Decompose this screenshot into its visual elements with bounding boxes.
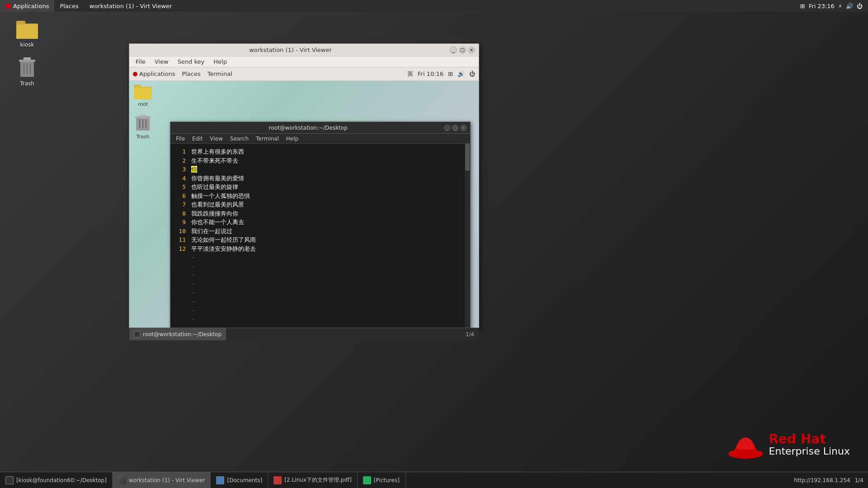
text-line: 也听过最美的旋律	[191, 183, 462, 192]
terminal-window: root@workstation:~/Desktop _ □ × File Ed…	[170, 122, 471, 328]
svg-point-11	[728, 450, 763, 456]
line-number: 12	[172, 244, 186, 253]
virt-inner-bar: Applications Places Terminal 英 Fri 10:16…	[129, 67, 479, 81]
terminal-menu-view[interactable]: View	[206, 134, 226, 144]
virt-taskbar-item[interactable]: root@workstation:~/Desktop	[129, 328, 226, 340]
taskbar-documents[interactable]: [Documents]	[211, 472, 268, 488]
terminal-content: 123456789101112 世界上有很多的东西生不带来死不带去你你曾拥有最美…	[170, 144, 470, 328]
terminal-menubar: File Edit View Search Terminal Help	[170, 134, 470, 144]
svg-rect-2	[16, 24, 38, 39]
virt-inner-time: Fri 10:16	[418, 70, 443, 77]
redhat-logo: Red Hat Enterprise Linux	[727, 429, 850, 461]
terminal-menu-file[interactable]: File	[172, 134, 189, 144]
tilde-line: ~	[191, 253, 462, 262]
virt-page-indicator: 1/4	[466, 331, 479, 338]
taskbar-virt-viewer[interactable]: workstation (1) - Virt Viewer	[113, 472, 211, 488]
kiosk-icon[interactable]: kiosk	[9, 18, 45, 48]
redhat-brand-text: Red Hat Enterprise Linux	[769, 433, 850, 457]
terminal-menu-terminal[interactable]: Terminal	[252, 134, 283, 144]
virt-inner-lang: 英	[407, 70, 413, 78]
virt-inner-redhat-dot	[133, 72, 137, 76]
line-number: 6	[172, 192, 186, 201]
virt-menu-file[interactable]: File	[131, 56, 150, 67]
taskbar-pdf[interactable]: [2.Linux下的文件管理.pdf]	[268, 472, 357, 488]
terminal-close-button[interactable]: ×	[460, 125, 467, 131]
desktop-icons: kiosk Trash	[9, 18, 45, 87]
trash-svg-icon	[18, 57, 36, 79]
virt-trash-icon[interactable]: Trash	[134, 114, 152, 140]
tilde-line: ~	[191, 315, 462, 324]
svg-rect-16	[135, 116, 151, 118]
terminal-maximize-button[interactable]: □	[452, 125, 458, 131]
taskbar-terminal[interactable]: [kiosk@foundation60:~/Desktop]	[0, 472, 113, 488]
virt-inner-terminal[interactable]: Terminal	[208, 70, 232, 77]
text-line: 生不带来死不带去	[191, 156, 462, 165]
terminal-titlebar: root@workstation:~/Desktop _ □ ×	[170, 122, 470, 134]
topbar-places[interactable]: Places	[54, 0, 84, 12]
virt-menubar: File View Send key Help	[129, 56, 479, 67]
virt-inner-right: 英 Fri 10:16 ⊞ 🔊 ⏻	[407, 70, 475, 78]
top-bar-right: ⊞ Fri 23:16 ⚡ 🔊 ⏻	[800, 3, 868, 9]
virt-close-button[interactable]: ×	[468, 47, 475, 54]
network-icon: ⊞	[800, 3, 805, 9]
taskbar-pic-icon	[363, 476, 371, 484]
battery-icon: ⚡	[838, 3, 842, 9]
text-line: 你也不能一个人离去	[191, 218, 462, 227]
taskbar: [kiosk@foundation60:~/Desktop] workstati…	[0, 472, 868, 488]
topbar-applications[interactable]: Applications	[0, 0, 54, 12]
virt-inner-applications[interactable]: Applications	[133, 70, 175, 77]
virt-menu-view[interactable]: View	[150, 56, 173, 67]
taskbar-term-icon	[5, 476, 14, 484]
line-number: 11	[172, 235, 186, 244]
taskbar-page: 1/4	[855, 477, 863, 483]
tilde-line: ~	[191, 262, 462, 271]
virt-inner-net-icon: ⊞	[448, 70, 453, 77]
svg-rect-6	[24, 57, 31, 60]
virt-folder-svg	[134, 83, 152, 99]
virt-maximize-button[interactable]: □	[459, 47, 466, 54]
volume-icon: 🔊	[846, 3, 853, 9]
virt-menu-sendkey[interactable]: Send key	[173, 56, 209, 67]
svg-rect-5	[19, 60, 35, 62]
virt-inner-places[interactable]: Places	[182, 70, 200, 77]
trash-icon[interactable]: Trash	[9, 57, 45, 87]
terminal-scrollbar[interactable]	[465, 144, 470, 328]
virt-titlebar: workstation (1) - Virt Viewer _ □ ×	[129, 44, 479, 56]
redhat-hat-svg	[727, 429, 764, 461]
text-line: 你	[191, 165, 462, 174]
virt-taskbar-term-icon	[134, 331, 140, 338]
line-number: 4	[172, 174, 186, 183]
virt-menu-help[interactable]: Help	[209, 56, 231, 67]
virt-minimize-button[interactable]: _	[450, 47, 457, 54]
terminal-minimize-button[interactable]: _	[444, 125, 450, 131]
tilde-line: ~	[191, 324, 462, 328]
tilde-line: ~	[191, 288, 462, 297]
line-numbers: 123456789101112	[170, 144, 189, 328]
svg-rect-13	[134, 84, 141, 88]
line-number: 3	[172, 165, 186, 174]
topbar-window-title: workstation (1) - Virt Viewer	[84, 0, 178, 12]
taskbar-pdf-icon	[274, 476, 282, 484]
folder-svg-icon	[16, 19, 38, 39]
text-line: 你曾拥有最美的爱情	[191, 174, 462, 183]
clock: Fri 23:16	[809, 3, 835, 9]
text-line: 触摸一个人孤独的恐惧	[191, 192, 462, 201]
terminal-menu-search[interactable]: Search	[226, 134, 252, 144]
text-line: 平平淡淡安安静静的老去	[191, 244, 462, 253]
terminal-menu-help[interactable]: Help	[283, 134, 302, 144]
taskbar-right: http://192.168.1.254 1/4	[794, 477, 868, 483]
taskbar-pictures[interactable]: [Pictures]	[358, 472, 406, 488]
text-line: 我们在一起说过	[191, 227, 462, 236]
virt-trash-svg	[135, 114, 151, 132]
scrollbar-thumb	[465, 144, 470, 171]
terminal-menu-edit[interactable]: Edit	[189, 134, 206, 144]
text-line: 我跌跌撞撞奔向你	[191, 209, 462, 218]
line-number: 2	[172, 156, 186, 165]
taskbar-virt-icon	[118, 476, 126, 484]
svg-rect-17	[139, 114, 146, 116]
text-area[interactable]: 世界上有很多的东西生不带来死不带去你你曾拥有最美的爱情也听过最美的旋律触摸一个人…	[189, 144, 465, 328]
top-bar: Applications Places workstation (1) - Vi…	[0, 0, 868, 12]
virt-inner-vol-icon: 🔊	[458, 70, 465, 77]
tilde-line: ~	[191, 280, 462, 289]
virt-root-folder-icon[interactable]: root	[134, 83, 152, 107]
